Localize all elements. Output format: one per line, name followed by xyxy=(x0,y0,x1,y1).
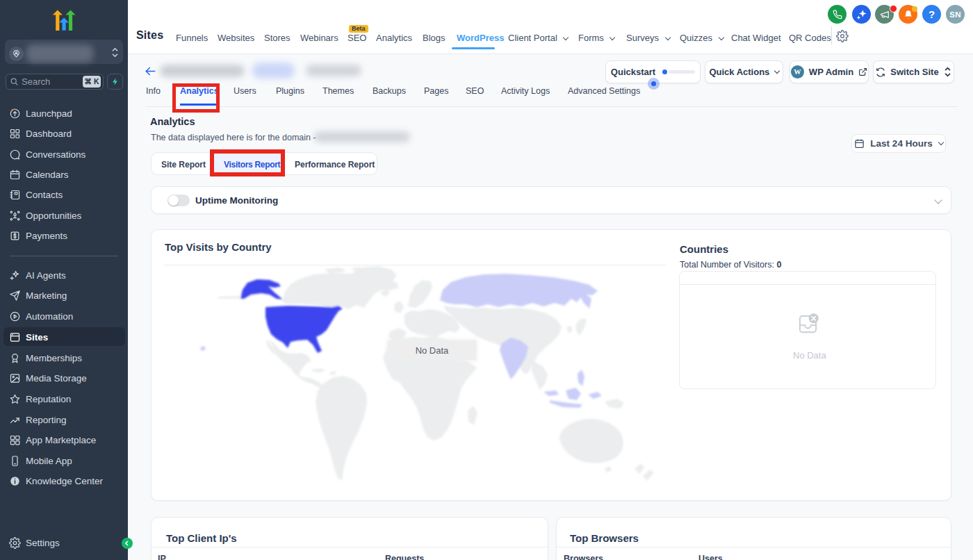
svg-text:W: W xyxy=(794,68,801,76)
